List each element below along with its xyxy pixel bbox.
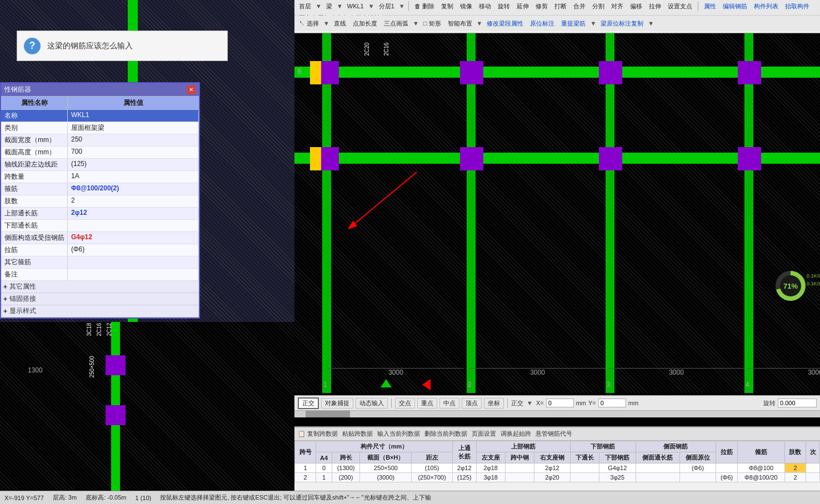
td-tie-2: (Φ6) xyxy=(716,473,738,482)
input-col-btn[interactable]: 输入当前列数据 xyxy=(377,430,420,438)
trim-btn[interactable]: 修剪 xyxy=(533,2,550,11)
select-btn[interactable]: ↖ 选择 xyxy=(297,19,321,28)
th-dist: 距左 xyxy=(412,452,453,463)
td-toplong-1: 2φ12 xyxy=(452,463,476,473)
x-input[interactable] xyxy=(546,399,574,407)
mirror-btn[interactable]: 镜像 xyxy=(458,2,474,11)
delete-col-btn[interactable]: 删除当前列数据 xyxy=(424,430,467,438)
cad-drawing-area[interactable]: 1 2 3 4 B 3000 3000 3000 3000 2C20 2C16 … xyxy=(294,33,820,393)
stretch-btn[interactable]: 拉伸 xyxy=(647,2,663,11)
prop-row-spans[interactable]: 跨数量 1A xyxy=(1,171,199,183)
snap-toolbar: 正交 对象捕捉 动态输入 交点 重点 中点 顶点 坐标 正交 ▼ X= mm Y… xyxy=(294,395,820,411)
table-row-1[interactable]: 1 0 (1300) 250×500 (105) 2φ12 2φ18 2φ12 … xyxy=(295,463,820,473)
swap-start-btn[interactable]: 调换起始跨 xyxy=(501,430,531,438)
endpoint-btn[interactable]: 重点 xyxy=(417,398,437,409)
prop-row-other-stirrup[interactable]: 其它箍筋 xyxy=(1,256,199,269)
member-selector[interactable]: WKL1 xyxy=(345,2,366,10)
midpoint-btn[interactable]: 中点 xyxy=(439,398,459,409)
th-legs: 肢数 xyxy=(784,441,806,463)
prop-section-display[interactable]: + 显示样式 xyxy=(1,305,199,317)
coord-btn[interactable]: 坐标 xyxy=(484,398,504,409)
repick-rebar-btn[interactable]: 重提梁筋 xyxy=(559,19,588,28)
rect-btn[interactable]: □ 矩形 xyxy=(421,19,443,28)
layer-selector[interactable]: 首层 xyxy=(297,2,313,11)
prop-row-top-bar[interactable]: 上部通长筋 2φ12 xyxy=(1,208,199,220)
threearc-btn[interactable]: 三点画弧 xyxy=(382,19,411,28)
break-btn[interactable]: 打断 xyxy=(552,2,569,11)
prop-row-bot-bar[interactable]: 下部通长筋 xyxy=(1,220,199,232)
prop-header: 属性名称 属性值 xyxy=(1,96,199,110)
pointlength-btn[interactable]: 点加长度 xyxy=(351,19,379,28)
td-next-2 xyxy=(806,473,820,482)
prop-row-legs[interactable]: 肢数 2 xyxy=(1,195,199,208)
col-node-3m xyxy=(599,147,622,170)
prop-width-value: 250 xyxy=(68,134,199,146)
prop-row-tie[interactable]: 拉筋 (Φ6) xyxy=(1,244,199,256)
rotate-label: 旋转 xyxy=(763,399,776,407)
original-mark-btn[interactable]: 原位标注 xyxy=(528,19,557,28)
col-num-1: 1 xyxy=(323,381,327,389)
intersect-btn[interactable]: 交点 xyxy=(395,398,415,409)
move-btn[interactable]: 移动 xyxy=(477,2,493,11)
delete-btn[interactable]: 🗑 删除 xyxy=(412,2,437,11)
h-scrollbar-thumb[interactable] xyxy=(306,411,350,417)
th-bot-rebar: 下部钢筋 xyxy=(571,441,636,452)
offset-btn[interactable]: 偏移 xyxy=(628,2,644,11)
separator2 xyxy=(698,1,698,11)
dynamic-btn[interactable]: 动态输入 xyxy=(356,398,388,409)
apex-btn[interactable]: 顶点 xyxy=(462,398,482,409)
modify-span-btn[interactable]: 修改梁段属性 xyxy=(484,19,526,28)
copy-span-btn[interactable]: 📋 复制跨数据 xyxy=(298,430,338,438)
ortho-btn[interactable]: 正交 xyxy=(298,397,319,409)
page-setup-btn[interactable]: 页面设置 xyxy=(472,430,496,438)
align-btn[interactable]: 对齐 xyxy=(609,2,626,11)
snap-btn[interactable]: 对象捕捉 xyxy=(321,398,353,409)
prop-row-axis[interactable]: 轴线距梁左边线距 (125) xyxy=(1,159,199,171)
th-side-orig: 侧面原位 xyxy=(679,452,716,463)
prop-row-type[interactable]: 类别 屋面框架梁 xyxy=(1,122,199,134)
speed-circle: 71% xyxy=(776,271,806,301)
data-table-wrapper[interactable]: 跨号 构件尺寸（mm） 上通长筋 上部钢筋 下部钢筋 侧面钢筋 拉筋 箍筋 肢数… xyxy=(294,441,820,490)
prop-section-display-label: 显示样式 xyxy=(9,306,36,316)
y-input[interactable] xyxy=(598,399,626,407)
copy-btn[interactable]: 复制 xyxy=(439,2,456,11)
type-selector[interactable]: 梁 xyxy=(324,2,334,11)
prop-row-side-bar[interactable]: 侧面构造或受扭钢筋 G4φ12 xyxy=(1,232,199,244)
speed-down: 0.1K/s xyxy=(807,280,820,288)
prop-section-anchor[interactable]: + 锚固搭接 xyxy=(1,293,199,305)
prop-close-btn[interactable]: ✕ xyxy=(187,85,196,94)
prop-row-width[interactable]: 截面宽度（mm） 250 xyxy=(1,134,199,147)
extend-btn[interactable]: 延伸 xyxy=(514,2,531,11)
property-btn[interactable]: 属性 xyxy=(702,2,718,11)
status-selection: 1 (10) xyxy=(136,495,152,501)
smartplace-btn[interactable]: 智能布置 xyxy=(446,19,474,28)
prop-row-name[interactable]: 名称 WKL1 xyxy=(1,110,199,122)
col-node-3t xyxy=(599,61,622,84)
edit-rebar-btn[interactable]: 编辑钢筋 xyxy=(721,2,749,11)
h-scrollbar[interactable] xyxy=(294,411,820,417)
prop-row-stirrup[interactable]: 箍筋 Φ8@100/200(2) xyxy=(1,183,199,195)
sublayer-selector[interactable]: 分层1 xyxy=(377,2,397,11)
table-row-2[interactable]: 2 1 (200) (3000) (250×700) (125) 3φ18 2φ… xyxy=(295,473,820,482)
split-btn[interactable]: 分割 xyxy=(590,2,607,11)
prop-row-note[interactable]: 备注 xyxy=(1,269,199,281)
row-label-b: B xyxy=(297,68,302,75)
prop-height-label: 截面高度（mm） xyxy=(1,147,68,158)
merge-btn[interactable]: 合并 xyxy=(571,2,588,11)
v-col2 xyxy=(467,33,476,393)
setpoint-btn[interactable]: 设置支点 xyxy=(666,2,694,11)
td-a4-1: 0 xyxy=(316,463,332,473)
rotate-btn[interactable]: 旋转 xyxy=(496,2,512,11)
member-list-btn[interactable]: 构件列表 xyxy=(752,2,781,11)
rotate-input[interactable] xyxy=(778,399,817,407)
prop-row-height[interactable]: 截面高度（mm） 700 xyxy=(1,147,199,159)
line-btn[interactable]: 直线 xyxy=(332,19,348,28)
prop-section-other[interactable]: + 其它属性 xyxy=(1,281,199,293)
rebar-2c16-1: 2C16 xyxy=(383,43,389,56)
paste-span-btn[interactable]: 粘贴跨数据 xyxy=(342,430,373,438)
th-stirrup: 箍筋 xyxy=(737,441,784,463)
td-sidelong-1 xyxy=(636,463,679,473)
pickup-btn[interactable]: 抬取构件 xyxy=(783,2,812,11)
copy-original-btn[interactable]: 梁原位标注复制 xyxy=(598,19,646,28)
rebar-code-btn[interactable]: 悬管钢筋代号 xyxy=(536,430,572,438)
